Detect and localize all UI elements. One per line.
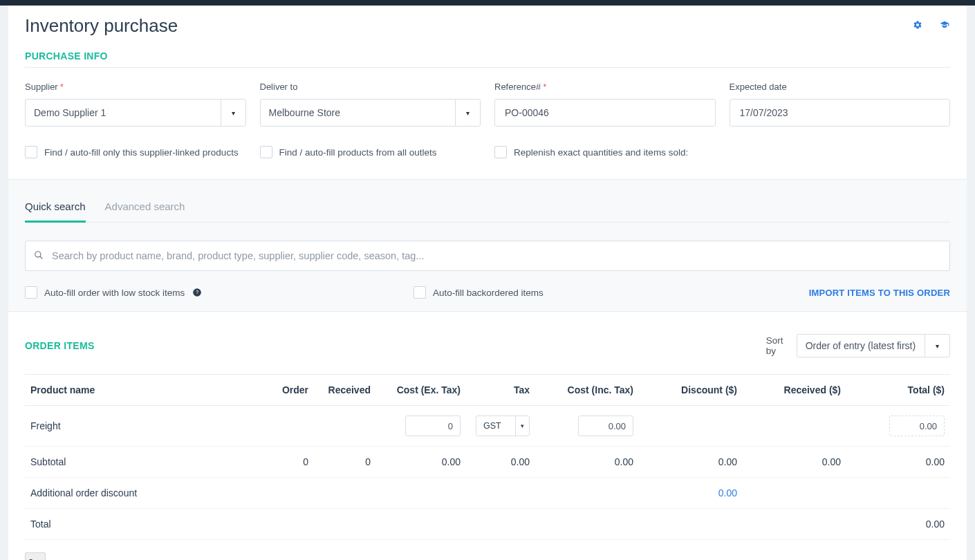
chk-backordered-label: Auto-fill backordered items [433,288,544,298]
supplier-field: Supplier Demo Supplier 1 ▾ [25,82,246,127]
search-section: Quick search Advanced search Auto-fill o… [8,179,967,312]
order-items-table: Product name Order Received Cost (Ex. Ta… [25,374,950,540]
row-additional-discount: Additional order discount 0.00 [25,478,950,509]
reference-label: Reference# [494,82,716,92]
checkbox-icon [25,286,37,299]
page-card: Inventory purchase PURCHASE INFO Supplie… [8,6,967,560]
expected-input-wrap [730,99,951,127]
subtotal-received-amt: 0.00 [743,447,846,478]
top-app-bar [0,0,975,6]
tab-quick-search[interactable]: Quick search [25,192,86,223]
freight-cost-inc-input[interactable] [578,416,633,436]
help-icon[interactable]: ? [192,287,203,298]
checkbox-icon [25,146,37,158]
total-label: Total [25,509,252,540]
subtotal-label: Subtotal [25,447,252,478]
subtotal-order: 0 [252,447,314,478]
col-discount: Discount ($) [639,375,743,406]
freight-total-input[interactable] [889,416,945,436]
checkbox-icon [414,286,426,299]
deliver-label: Deliver to [260,82,481,92]
page-title: Inventory purchase [25,15,178,37]
additional-discount-value[interactable]: 0.00 [639,478,743,509]
expected-date-input[interactable] [739,106,942,119]
chk-low-stock[interactable]: Auto-fill order with low stock items ? [25,286,414,299]
reference-input-wrap [494,99,716,127]
row-subtotal: Subtotal 0 0 0.00 0.00 0.00 0.00 0.00 0.… [25,447,950,478]
pager: 8 per page [25,552,950,560]
header-actions [913,20,950,32]
purchase-fields: Supplier Demo Supplier 1 ▾ Deliver to Me… [25,82,950,127]
col-total: Total ($) [846,375,950,406]
chk-all-outlets-label: Find / auto-fill products from all outle… [279,147,437,158]
sort-by-label: Sort by [766,335,790,356]
table-header-row: Product name Order Received Cost (Ex. Ta… [25,375,950,406]
search-tabs: Quick search Advanced search [25,192,950,223]
order-items-section: ORDER ITEMS Sort by Order of entry (late… [25,334,950,560]
checkbox-icon [494,146,507,158]
chevron-down-icon: ▾ [925,335,949,357]
tab-advanced-search[interactable]: Advanced search [105,192,185,223]
deliver-field: Deliver to Melbourne Store ▾ [260,82,481,127]
col-received-amt: Received ($) [743,375,846,406]
supplier-select[interactable]: Demo Supplier 1 ▾ [25,99,246,127]
chk-replenish[interactable]: Replenish exact quantities and items sol… [494,146,716,158]
chk-backordered[interactable]: Auto-fill backordered items [414,286,544,299]
chevron-down-icon: ▾ [221,100,245,126]
import-items-link[interactable]: IMPORT ITEMS TO THIS ORDER [809,288,950,298]
col-cost-ex: Cost (Ex. Tax) [376,375,466,406]
page-size-select[interactable]: 8 [25,552,46,560]
expected-label: Expected date [730,82,951,92]
chevron-down-icon: ▾ [515,416,529,436]
subtotal-tax: 0.00 [466,447,535,478]
freight-label: Freight [25,406,252,447]
search-bar [25,241,950,271]
freight-tax-value: GST [483,421,501,431]
expected-field: Expected date [730,82,951,127]
deliver-value: Melbourne Store [269,107,341,118]
col-received: Received [314,375,376,406]
divider [25,67,950,68]
col-cost-inc: Cost (Inc. Tax) [535,375,639,406]
freight-cost-ex-input[interactable] [405,416,461,436]
chk-supplier-linked-label: Find / auto-fill only this supplier-link… [44,147,239,158]
checkbox-icon [260,146,272,158]
col-order: Order [252,375,314,406]
freight-tax-select[interactable]: GST ▾ [476,416,530,436]
row-total: Total 0.00 [25,509,950,540]
page-header: Inventory purchase [25,15,950,37]
reference-input[interactable] [503,106,707,119]
chk-supplier-linked[interactable]: Find / auto-fill only this supplier-link… [25,146,246,158]
svg-line-1 [40,256,43,259]
graduation-cap-icon[interactable] [939,20,950,32]
deliver-select[interactable]: Melbourne Store ▾ [260,99,481,127]
subtotal-cost-inc: 0.00 [535,447,639,478]
chk-low-stock-label: Auto-fill order with low stock items [44,288,185,298]
sort-by-select[interactable]: Order of entry (latest first) ▾ [797,334,950,357]
search-input[interactable] [50,250,941,262]
chk-replenish-label: Replenish exact quantities and items sol… [514,147,688,158]
sort-by-value: Order of entry (latest first) [806,340,916,351]
gear-icon[interactable] [913,20,922,32]
reference-field: Reference# [494,82,716,127]
order-items-header: ORDER ITEMS Sort by Order of entry (late… [25,334,950,357]
subtotal-total: 0.00 [846,447,950,478]
purchase-info-title: PURCHASE INFO [25,50,950,62]
autofill-row: Auto-fill order with low stock items ? A… [25,286,950,299]
subtotal-discount: 0.00 [639,447,743,478]
col-tax: Tax [466,375,535,406]
col-product-name: Product name [25,375,252,406]
chevron-down-icon: ▾ [455,100,480,126]
search-icon [34,250,44,262]
purchase-checks: Find / auto-fill only this supplier-link… [25,146,950,158]
additional-label: Additional order discount [25,478,252,509]
total-value: 0.00 [846,509,950,540]
svg-point-0 [35,251,41,256]
row-freight: Freight GST ▾ [25,406,950,447]
subtotal-cost-ex: 0.00 [376,447,466,478]
chk-all-outlets[interactable]: Find / auto-fill products from all outle… [260,146,481,158]
per-page-label: per page [53,557,88,561]
supplier-value: Demo Supplier 1 [34,107,106,118]
subtotal-received: 0 [314,447,376,478]
svg-text:?: ? [196,289,198,295]
